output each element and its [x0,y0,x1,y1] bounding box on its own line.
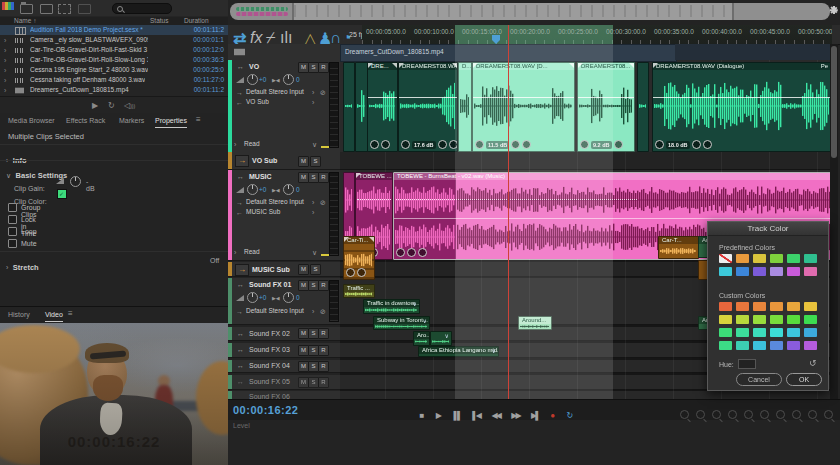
zoom-tool-icon[interactable] [776,410,785,419]
color-swatch[interactable] [770,267,783,276]
chevron-down-icon[interactable]: ∨ [423,317,427,324]
timeline-ruler[interactable]: 00:00:05:00.000:00:10:00.000:00:15:00.00… [362,25,832,44]
color-swatch[interactable] [787,254,800,263]
playhead[interactable] [508,25,509,399]
record-button[interactable]: ● [550,411,555,420]
goto-start-button[interactable]: ▌◀ [472,411,480,420]
search-input[interactable] [112,3,172,14]
clip-comment-icon[interactable] [449,140,458,149]
color-swatch[interactable] [753,302,766,311]
loop-playback-button[interactable]: ↻ [567,411,574,420]
tab-media-browser[interactable]: Media Browser [8,117,55,124]
fx2-track-header[interactable]: ↔ Sound FX 02 M S R [228,327,340,341]
expand-chevron[interactable]: › [4,67,6,74]
audio-clip-selected[interactable]: D... [458,62,472,152]
clip-fx-icon[interactable] [614,140,623,149]
overview-viewport[interactable] [292,3,734,20]
clip-fx-icon[interactable] [511,140,520,149]
expand-chevron[interactable]: › [4,77,6,84]
music-track-header[interactable]: ↔ MUSIC M S R +0 ▶◀ 0 → Default Stereo I… [228,170,340,261]
pan-knob[interactable] [283,74,294,85]
fx5-track-header[interactable]: ↔ Sound FX 05 M S R [228,375,340,390]
input-select[interactable]: Default Stereo Input [246,89,308,96]
file-row[interactable]: › Dreamers_CutDown_180815.mp4 00:01:11:2 [0,85,228,95]
reset-icon[interactable]: ↺ [809,358,817,368]
chevron-down-icon[interactable]: ∨ [413,300,417,307]
file-row[interactable]: › Cessna 195 Engine Start_2 48000 3.wav … [0,65,228,75]
volume-envelope[interactable] [357,199,391,200]
color-swatch[interactable] [753,341,766,350]
fx-clip[interactable]: Traffic ... [343,284,375,298]
group-clips-checkbox[interactable] [8,203,17,212]
pan-knob[interactable] [283,292,294,303]
tab-effects-rack[interactable]: Effects Rack [66,117,105,124]
new-item-icon[interactable] [58,4,71,14]
automation-mode-select[interactable]: Read [244,141,260,148]
color-swatch[interactable] [770,328,783,337]
zoom-tool-icon[interactable] [744,410,753,419]
color-swatch[interactable] [787,267,800,276]
color-swatch[interactable] [719,254,732,263]
mute-button[interactable]: M [298,156,309,167]
transport-timecode[interactable]: 00:00:16:22 [233,404,298,416]
track-name[interactable]: Sound FX 01 [249,281,291,288]
input-select[interactable]: Default Stereo Input [246,308,308,315]
color-swatch[interactable] [804,267,817,276]
expand-chevron[interactable]: › [4,57,6,64]
color-swatch[interactable] [804,341,817,350]
color-swatch[interactable] [719,315,732,324]
clip-gain-knob-icon[interactable] [475,140,484,149]
color-swatch[interactable] [787,341,800,350]
volume-knob[interactable] [247,292,258,303]
clip-gain-knob-icon[interactable] [346,268,355,277]
tab-markers[interactable]: Markers [119,117,144,124]
column-name[interactable]: Name ↑ [14,18,36,25]
color-swatch[interactable] [736,341,749,350]
fast-forward-button[interactable]: ▶▶ [511,411,519,420]
expand-chevron[interactable]: › [4,37,6,44]
clip-gain-knob-icon[interactable] [396,248,405,257]
arm-record-button[interactable]: R [318,172,329,183]
gain-envelope[interactable] [578,97,634,98]
rewind-button[interactable]: ◀◀ [491,411,499,420]
gain-envelope[interactable] [368,97,397,98]
track-color-strip[interactable] [228,262,232,276]
clip-gain-knob-icon[interactable] [655,140,664,149]
dialog-title[interactable]: Track Color [708,222,828,236]
zoom-tool-icon[interactable] [696,410,705,419]
scrollbar-thumb[interactable] [831,46,837,158]
tab-properties[interactable]: Properties [155,117,187,128]
fx4-track-header[interactable]: ↔ Sound FX 04 M S R [228,360,340,373]
track-color-strip[interactable] [228,375,232,389]
lock-in-time-checkbox[interactable] [8,215,17,224]
track-color-strip[interactable] [228,391,232,399]
chevron-down-icon[interactable]: ∨ [445,332,449,339]
fx-clip[interactable]: Car-T... [658,236,699,259]
fx-clip[interactable]: ∨ [430,331,452,346]
gain-envelope[interactable] [653,97,831,98]
media-folder-icon[interactable] [20,4,33,14]
loop-checkbox[interactable] [8,227,17,236]
track-color-strip[interactable] [228,152,232,169]
video-clip-tail[interactable] [675,44,832,60]
delete-icon[interactable] [78,4,91,14]
color-swatch[interactable] [719,302,732,311]
vo-sub-track-header[interactable]: → VO Sub M S [228,152,340,170]
color-swatch[interactable] [770,254,783,263]
chevron-down-icon[interactable]: ∨ [492,347,496,354]
preview-play-icon[interactable]: ▶ [92,101,98,110]
gain-envelope[interactable] [473,97,574,98]
track-name[interactable]: Sound FX 04 [249,362,290,369]
volume-icon[interactable]: ◁))) [124,101,135,110]
track-color-strip[interactable] [228,327,232,340]
zoom-navigator[interactable] [230,3,830,20]
color-swatch[interactable] [719,267,732,276]
mute-button[interactable]: M [298,264,309,275]
audio-clip-selected[interactable]: DREAMERST08.WAV [D... 11.5 dB [472,62,575,152]
file-row[interactable]: › Car-Tire-OB-Gravel-Dirt-Roll-Fast-Skid… [0,45,228,55]
file-row[interactable]: › Car-Tire-OB-Gravel-Dirt-Roll-Slow-Long… [0,55,228,65]
arm-record-button[interactable]: R [318,280,329,291]
panel-menu-icon[interactable]: ≡ [196,116,201,124]
expand-chevron[interactable]: › [4,47,6,54]
zoom-tool-icon[interactable] [808,410,817,419]
